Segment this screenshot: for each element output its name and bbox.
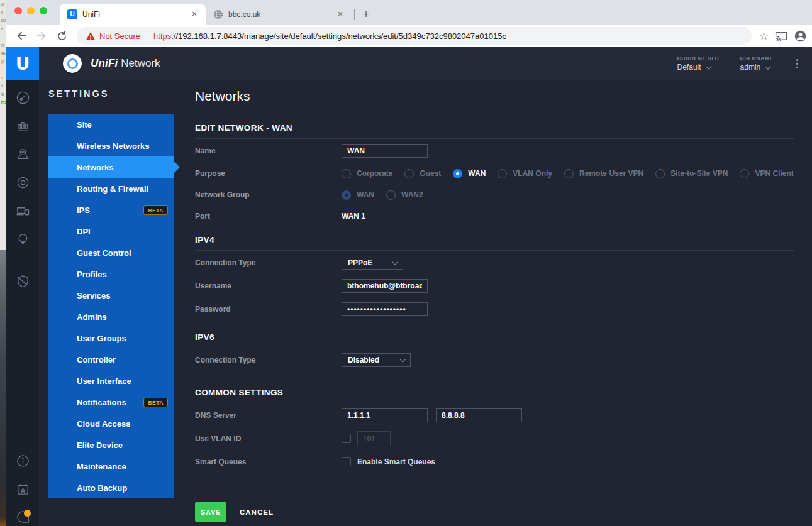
settings-nav-item[interactable]: Controller — [48, 349, 174, 370]
radio-label: WAN — [468, 169, 486, 178]
unifi-app-logo[interactable]: U — [6, 47, 39, 80]
purpose-options: Corporate Guest WAN — [342, 169, 794, 178]
dashboard-icon[interactable] — [6, 84, 39, 112]
threat-management-icon[interactable] — [6, 267, 39, 295]
desktop-wallpaper — [0, 250, 6, 526]
connection-type-label: Connection Type — [195, 356, 342, 364]
info-icon[interactable] — [6, 447, 39, 475]
ipv4-connection-type-select[interactable]: PPPoE — [342, 256, 403, 270]
purpose-radio[interactable]: Site-to-Site VPN — [655, 169, 728, 178]
settings-nav-item-label: Admins — [77, 312, 107, 322]
profile-avatar-icon[interactable] — [794, 30, 807, 43]
settings-nav-item[interactable]: Elite Device — [48, 434, 174, 456]
app-header: UniFi Network CURRENT SITE Default USERN… — [39, 47, 812, 80]
network-group-radio[interactable]: WAN — [342, 190, 374, 200]
purpose-radio[interactable]: WAN — [453, 169, 486, 178]
settings-nav-item[interactable]: Routing & Firewall — [48, 178, 174, 199]
radio-icon — [386, 190, 396, 200]
minimize-window-button[interactable] — [27, 7, 35, 14]
bookmark-star-icon[interactable]: ☆ — [759, 30, 769, 43]
ipv6-connection-type-select[interactable]: Disabled — [342, 353, 411, 367]
settings-nav-item[interactable]: Networks — [48, 156, 174, 178]
purpose-radio[interactable]: VPN Client — [740, 169, 793, 178]
password-label: Password — [195, 305, 342, 314]
close-window-button[interactable] — [14, 7, 22, 14]
settings-nav-item[interactable]: Cloud Access — [48, 413, 174, 434]
settings-nav-item[interactable]: User Interface — [48, 370, 174, 392]
unifi-app: U UniFi Network CURRENT SITE Default USE… — [6, 47, 812, 526]
settings-nav-item[interactable]: Profiles — [48, 263, 174, 285]
omnibox-divider — [148, 31, 148, 41]
forward-button[interactable] — [33, 28, 50, 44]
settings-nav-item[interactable]: Guest Control — [48, 242, 174, 263]
chat-icon[interactable] — [6, 503, 39, 526]
use-vlan-checkbox[interactable] — [342, 434, 351, 443]
username-value: admin — [740, 63, 761, 72]
current-site-dropdown[interactable]: CURRENT SITE Default — [677, 55, 721, 72]
username-label: USERNAME — [740, 55, 774, 62]
vlan-row: Use VLAN ID — [195, 427, 794, 450]
purpose-radio[interactable]: Guest — [404, 169, 441, 178]
settings-nav-item-label: Wireless Networks — [77, 141, 150, 151]
not-secure-label: Not Secure — [99, 31, 140, 41]
settings-nav-item[interactable]: Auto Backup — [48, 477, 174, 498]
settings-nav-item-label: Guest Control — [77, 248, 131, 258]
map-icon[interactable] — [6, 140, 39, 168]
dns2-input[interactable] — [436, 408, 522, 422]
cancel-button[interactable]: CANCEL — [240, 508, 274, 516]
cast-icon[interactable] — [775, 31, 787, 41]
settings-nav-item[interactable]: Maintenance — [48, 456, 174, 477]
address-bar[interactable]: Not Secure https://192.168.1.7:8443/mana… — [77, 27, 752, 45]
purpose-radio[interactable]: Corporate — [342, 169, 392, 178]
tab-unifi[interactable]: U UniFi × — [60, 4, 206, 25]
username-dropdown[interactable]: USERNAME admin — [740, 55, 774, 72]
more-menu-button[interactable] — [793, 57, 802, 71]
settings-nav-item[interactable]: Admins — [48, 306, 174, 327]
settings-nav-item[interactable]: Wireless Networks — [48, 135, 174, 156]
back-button[interactable] — [13, 28, 30, 44]
dns-server-label: DNS Server — [195, 411, 342, 420]
close-tab-icon[interactable]: × — [335, 9, 345, 19]
purpose-radio[interactable]: VLAN Only — [498, 169, 552, 178]
settings-nav-item-label: Profiles — [77, 270, 107, 279]
settings-nav-item[interactable]: Services — [48, 285, 174, 306]
clients-icon[interactable] — [6, 197, 39, 225]
settings-nav-item-label: Routing & Firewall — [77, 184, 148, 194]
statistics-icon[interactable] — [6, 112, 39, 140]
tab-bbc[interactable]: bbc.co.uk × — [206, 4, 352, 25]
security-warning-icon — [86, 31, 96, 41]
settings-nav-item[interactable]: User Groups — [48, 327, 174, 349]
reload-button[interactable] — [53, 28, 70, 44]
settings-nav-item[interactable]: IPS BETA — [48, 199, 174, 221]
vlan-id-input[interactable] — [357, 431, 391, 446]
settings-nav-item-label: User Groups — [77, 334, 126, 343]
settings-nav-item-label: Services — [77, 291, 111, 300]
save-button[interactable]: SAVE — [195, 502, 226, 522]
tab-bar: U UniFi × bbc.co.uk × — [6, 0, 812, 25]
purpose-radio[interactable]: Remote User VPN — [564, 169, 643, 178]
devices-icon[interactable] — [6, 168, 39, 197]
dns1-input[interactable] — [342, 408, 428, 422]
username-label: Username — [195, 282, 342, 290]
zoom-window-button[interactable] — [40, 7, 47, 14]
radio-label: Corporate — [357, 169, 392, 178]
current-site-value: Default — [677, 63, 701, 72]
settings-nav-item[interactable]: DPI — [48, 221, 174, 242]
main-content: Networks EDIT NETWORK - WAN Name Purpose — [174, 80, 812, 526]
screen: ut k ou e ro xa (d n tt lo nt: U UniFi × — [0, 0, 812, 526]
radio-icon — [655, 169, 665, 178]
settings-nav-item[interactable]: Site — [48, 114, 174, 135]
close-tab-icon[interactable]: × — [189, 9, 199, 19]
name-row: Name — [195, 139, 794, 163]
new-tab-button[interactable]: + — [357, 6, 375, 23]
events-calendar-icon[interactable] — [6, 475, 39, 503]
network-group-radio[interactable]: WAN2 — [386, 190, 423, 200]
tab-separator — [354, 9, 355, 20]
pppoe-password-input[interactable] — [342, 302, 428, 316]
smart-queues-checkbox[interactable] — [342, 457, 351, 466]
desktop-background-strip: ut k ou e ro xa (d n tt lo nt: — [0, 0, 6, 526]
name-input[interactable] — [342, 144, 428, 158]
settings-nav-item[interactable]: Notifications BETA — [48, 392, 174, 413]
insights-icon[interactable] — [6, 225, 39, 253]
pppoe-username-input[interactable] — [342, 279, 428, 293]
